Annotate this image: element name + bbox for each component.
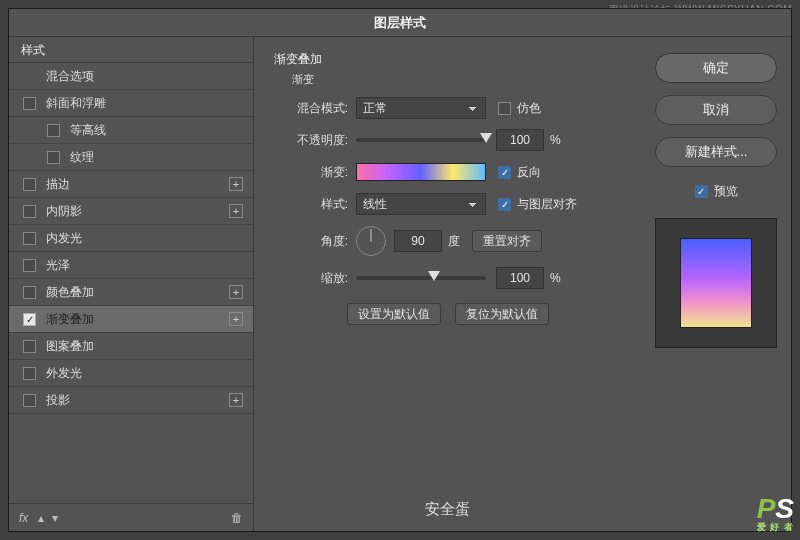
preview-toggle[interactable]: ✓ 预览 <box>655 183 777 200</box>
angle-dial[interactable] <box>356 226 386 256</box>
layer-style-dialog: 图层样式 样式 混合选项 斜面和浮雕等高线纹理描边+内阴影+内发光光泽颜色叠加+… <box>8 8 792 532</box>
sidebar-item[interactable]: ✓渐变叠加+ <box>9 306 253 333</box>
reset-default-button[interactable]: 复位为默认值 <box>455 303 549 325</box>
sidebar-item[interactable]: 颜色叠加+ <box>9 279 253 306</box>
sidebar-item-label: 颜色叠加 <box>46 284 229 301</box>
sidebar-item-label: 光泽 <box>46 257 243 274</box>
sidebar-item[interactable]: 投影+ <box>9 387 253 414</box>
trash-icon[interactable]: 🗑 <box>231 511 243 525</box>
checkbox-icon[interactable] <box>23 178 36 191</box>
sidebar-item[interactable]: 图案叠加 <box>9 333 253 360</box>
sidebar-item[interactable]: 等高线 <box>9 117 253 144</box>
arrow-down-icon[interactable]: ▾ <box>52 511 58 525</box>
options-panel: 渐变叠加 渐变 混合模式: 正常 仿色 不透明度: % 渐变: ✓ 反向 <box>254 37 641 531</box>
sidebar-item-label: 图案叠加 <box>46 338 243 355</box>
checkbox-icon[interactable] <box>23 205 36 218</box>
sidebar-item-label: 描边 <box>46 176 229 193</box>
gradient-picker[interactable] <box>356 163 486 181</box>
new-style-button[interactable]: 新建样式... <box>655 137 777 167</box>
sidebar-item-label: 内发光 <box>46 230 243 247</box>
scale-slider[interactable] <box>356 276 486 280</box>
sidebar-item-label: 内阴影 <box>46 203 229 220</box>
reset-align-button[interactable]: 重置对齐 <box>472 230 542 252</box>
fx-icon[interactable]: fx <box>19 511 28 525</box>
sidebar-item-label: 渐变叠加 <box>46 311 229 328</box>
sidebar-item[interactable]: 内发光 <box>9 225 253 252</box>
align-checkbox[interactable]: ✓ <box>498 198 511 211</box>
preview-swatch <box>680 238 752 328</box>
preview-checkbox-icon: ✓ <box>695 185 708 198</box>
scale-label: 缩放: <box>274 270 348 287</box>
reverse-checkbox[interactable]: ✓ <box>498 166 511 179</box>
checkbox-icon[interactable] <box>23 232 36 245</box>
dither-label: 仿色 <box>517 100 541 117</box>
sidebar-item-label: 投影 <box>46 392 229 409</box>
sidebar-item[interactable]: 光泽 <box>9 252 253 279</box>
sidebar-item[interactable]: 内阴影+ <box>9 198 253 225</box>
plus-icon[interactable]: + <box>229 204 243 218</box>
sidebar-item-label: 等高线 <box>70 122 243 139</box>
checkbox-icon[interactable] <box>47 151 60 164</box>
sidebar-footer: fx ▴ ▾ 🗑 <box>9 503 253 531</box>
checkbox-icon[interactable] <box>23 259 36 272</box>
preview-box <box>655 218 777 348</box>
sidebar-item[interactable]: 描边+ <box>9 171 253 198</box>
sub-title: 渐变 <box>292 72 621 87</box>
align-label: 与图层对齐 <box>517 196 577 213</box>
sidebar-item[interactable]: 外发光 <box>9 360 253 387</box>
sidebar-item-label: 混合选项 <box>46 68 243 85</box>
checkbox-icon[interactable]: ✓ <box>23 313 36 326</box>
set-default-button[interactable]: 设置为默认值 <box>347 303 441 325</box>
plus-icon[interactable]: + <box>229 393 243 407</box>
ok-button[interactable]: 确定 <box>655 53 777 83</box>
sidebar-item[interactable]: 纹理 <box>9 144 253 171</box>
angle-unit: 度 <box>448 233 460 250</box>
opacity-unit: % <box>550 133 561 147</box>
sidebar-header: 样式 <box>9 37 253 63</box>
preview-label: 预览 <box>714 183 738 200</box>
styles-sidebar: 样式 混合选项 斜面和浮雕等高线纹理描边+内阴影+内发光光泽颜色叠加+✓渐变叠加… <box>9 37 254 531</box>
checkbox-icon[interactable] <box>23 340 36 353</box>
sidebar-item-label: 斜面和浮雕 <box>46 95 243 112</box>
arrow-up-icon[interactable]: ▴ <box>38 511 44 525</box>
bottom-caption: 安全蛋 <box>425 500 470 519</box>
angle-input[interactable] <box>394 230 442 252</box>
angle-label: 角度: <box>274 233 348 250</box>
style-select[interactable]: 线性 <box>356 193 486 215</box>
dither-checkbox[interactable] <box>498 102 511 115</box>
checkbox-icon[interactable] <box>23 97 36 110</box>
scale-input[interactable] <box>496 267 544 289</box>
checkbox-icon[interactable] <box>23 286 36 299</box>
blend-mode-label: 混合模式: <box>274 100 348 117</box>
gradient-label: 渐变: <box>274 164 348 181</box>
plus-icon[interactable]: + <box>229 177 243 191</box>
sidebar-item-blend-options[interactable]: 混合选项 <box>9 63 253 90</box>
scale-unit: % <box>550 271 561 285</box>
group-title: 渐变叠加 <box>274 51 621 68</box>
sidebar-item-label: 外发光 <box>46 365 243 382</box>
plus-icon[interactable]: + <box>229 312 243 326</box>
checkbox-icon[interactable] <box>23 367 36 380</box>
opacity-input[interactable] <box>496 129 544 151</box>
sidebar-item-label: 纹理 <box>70 149 243 166</box>
ps-watermark: PS 爱 好 者 <box>757 493 794 534</box>
opacity-slider[interactable] <box>356 138 486 142</box>
dialog-title: 图层样式 <box>9 9 791 37</box>
checkbox-icon[interactable] <box>23 394 36 407</box>
opacity-label: 不透明度: <box>274 132 348 149</box>
plus-icon[interactable]: + <box>229 285 243 299</box>
action-panel: 确定 取消 新建样式... ✓ 预览 <box>641 37 791 531</box>
blend-mode-select[interactable]: 正常 <box>356 97 486 119</box>
styles-list: 混合选项 斜面和浮雕等高线纹理描边+内阴影+内发光光泽颜色叠加+✓渐变叠加+图案… <box>9 63 253 503</box>
sidebar-item[interactable]: 斜面和浮雕 <box>9 90 253 117</box>
style-label: 样式: <box>274 196 348 213</box>
cancel-button[interactable]: 取消 <box>655 95 777 125</box>
checkbox-icon[interactable] <box>47 124 60 137</box>
reverse-label: 反向 <box>517 164 541 181</box>
